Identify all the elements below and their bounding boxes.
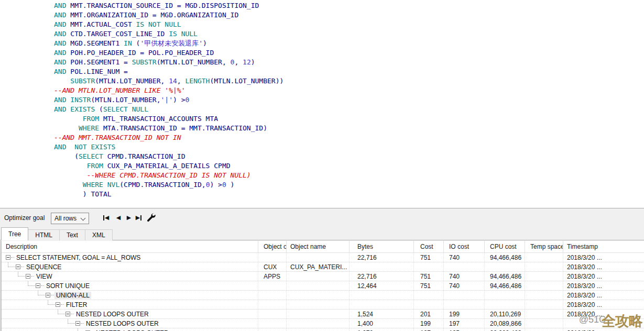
tree-collapse-toggle[interactable] — [6, 255, 10, 260]
code-line: WHERE MTA.TRANSACTION_ID = MMT.TRANSACTI… — [54, 124, 644, 133]
code-line: AND NOT EXISTS — [54, 142, 644, 152]
code-line: AND EXISTS (SELECT NULL — [54, 105, 644, 114]
code-line: AND MMT.TRANSACTION_SOURCE_ID = MGD.DISP… — [54, 1, 644, 10]
cell-cpu_cost: 20,089,866 — [485, 319, 525, 328]
cell-temp_space — [525, 300, 563, 309]
cell-owner: APPS — [258, 272, 287, 281]
tree-node-label: SEQUENCE — [26, 263, 61, 271]
tree-node-label: FILTER — [66, 301, 87, 308]
cell-io_cost: 199 — [444, 310, 485, 318]
tab-text[interactable]: Text — [60, 229, 85, 240]
tree-collapse-toggle[interactable] — [66, 312, 70, 316]
sql-editor[interactable]: AND MMT.TRANSACTION_SOURCE_ID = MGD.DISP… — [0, 0, 644, 208]
cell-timestamp: 2018/3/20 ... — [563, 272, 644, 281]
cell-io_cost — [444, 291, 485, 300]
tree-collapse-toggle[interactable] — [56, 302, 60, 307]
cell-temp_space — [525, 253, 563, 262]
tree-node-label: UNION-ALL — [54, 292, 91, 299]
plan-tree-row[interactable]: 1,27619719520,069,4632018/3/20 ...NESTED… — [2, 328, 644, 331]
sql-code: AND MMT.TRANSACTION_SOURCE_ID = MGD.DISP… — [0, 0, 644, 199]
plan-tree-row[interactable]: 2018/3/20 ...FILTER — [2, 300, 644, 310]
cell-temp_space — [525, 310, 563, 318]
column-header-description[interactable]: Description — [2, 241, 258, 252]
last-record-button[interactable]: ▶ — [134, 212, 144, 223]
cell-timestamp: 2018/3/20 ... — [563, 291, 644, 300]
cell-cpu_cost: 94,466,486 — [485, 281, 525, 290]
plan-tree-row[interactable]: APPS22,71675174094,466,4862018/3/20 ...V… — [2, 272, 644, 281]
cell-io_cost: 740 — [444, 272, 485, 281]
plsql-explain-plan-window: AND MMT.TRANSACTION_SOURCE_ID = MGD.DISP… — [0, 0, 644, 331]
cell-temp_space — [525, 262, 563, 271]
cell-bytes: 1,276 — [350, 328, 414, 331]
cell-cpu_cost — [485, 291, 525, 300]
cell-cost — [414, 300, 444, 309]
tree-collapse-toggle[interactable] — [16, 264, 20, 269]
cell-bytes: 1,400 — [350, 319, 414, 328]
optimizer-goal-select[interactable]: All rows — [51, 213, 89, 224]
cell-cost: 197 — [414, 328, 444, 331]
tree-collapse-toggle[interactable] — [26, 274, 30, 279]
cell-name — [287, 300, 350, 309]
cell-temp_space — [525, 272, 563, 281]
tree-node-label: SELECT STATEMENT, GOAL = ALL_ROWS — [16, 254, 140, 261]
preferences-button[interactable] — [146, 213, 157, 223]
plan-tree-row[interactable]: CUXCUX_PA_MATERI...2018/3/20 ...SEQUENCE — [2, 262, 644, 272]
code-line: (SELECT CPMD.TRANSACTION_ID — [54, 152, 644, 161]
first-record-icon: ◀ — [103, 214, 109, 220]
plan-tree-row[interactable]: 12,46475174094,466,4862018/3/20 ...SORT … — [2, 281, 644, 291]
cell-bytes: 22,716 — [350, 253, 414, 262]
tree-node-label: VIEW — [36, 273, 52, 280]
code-line: AND INSTR(MTLN.LOT_NUMBER,'|') >0 — [54, 95, 644, 105]
cell-cpu_cost — [485, 300, 525, 309]
tree-node-label: NESTED LOOPS OUTER — [86, 320, 159, 327]
cell-io_cost — [444, 262, 485, 271]
tab-html[interactable]: HTML — [28, 229, 60, 240]
column-header-io-cost[interactable]: IO cost — [444, 241, 485, 252]
cell-name — [287, 281, 350, 290]
plan-tree-grid: DescriptionObject ow...Object nameBytesC… — [0, 241, 644, 331]
cell-name — [287, 272, 350, 281]
code-line: AND POL.LINE_NUM = — [54, 67, 644, 76]
cell-io_cost — [444, 300, 485, 309]
cell-owner — [258, 291, 287, 300]
tab-xml[interactable]: XML — [85, 229, 113, 240]
cell-bytes: 22,716 — [350, 272, 414, 281]
column-header-bytes[interactable]: Bytes — [350, 241, 414, 252]
cell-bytes: 12,464 — [350, 281, 414, 290]
tree-collapse-toggle[interactable] — [75, 321, 80, 326]
plan-tree-row[interactable]: 22,71675174094,466,4862018/3/20 ...SELEC… — [2, 253, 644, 262]
tree-collapse-toggle[interactable] — [46, 293, 50, 297]
cell-bytes — [350, 300, 414, 309]
column-header-cpu-cost[interactable]: CPU cost — [485, 241, 525, 252]
column-header-temp-space[interactable]: Temp space — [525, 241, 563, 252]
column-header-timestamp[interactable]: Timestamp — [563, 241, 644, 252]
plan-tree-row[interactable]: 1,52420119920,110,2692018/3/20 ...NESTED… — [2, 310, 644, 319]
column-header-object-name[interactable]: Object name — [287, 241, 350, 252]
prior-record-button[interactable]: ◀ — [113, 212, 124, 223]
cell-owner — [258, 300, 287, 309]
tree-collapse-toggle[interactable] — [36, 283, 40, 288]
plan-toolbar: Optimizer goal All rows ◀ ◀ ▶ ▶ — [0, 208, 644, 227]
plan-tree-row[interactable]: 2018/3/20 ...UNION-ALL — [2, 291, 644, 300]
cell-timestamp: 2018/3/20 ... — [563, 253, 644, 262]
cell-io_cost: 197 — [444, 319, 485, 328]
plan-tree-row[interactable]: 1,40019919720,089,866NESTED LOOPS OUTER — [2, 319, 644, 328]
code-line: AND MGD.SEGMENT1 IN ('甲供材未安装退库') — [54, 39, 644, 48]
tree-connector — [78, 328, 85, 331]
code-line: FROM CUX_PA_MATERIAL_A_DETAILS CPMD — [54, 161, 644, 171]
cell-cost: 199 — [414, 319, 444, 328]
cell-cpu_cost: 20,110,269 — [485, 310, 525, 318]
tab-tree[interactable]: Tree — [1, 227, 28, 240]
cell-cpu_cost — [485, 262, 525, 271]
cell-timestamp: 2018/3/20 ... — [563, 281, 644, 290]
cell-io_cost: 740 — [444, 253, 485, 262]
column-header-cost[interactable]: Cost — [414, 241, 444, 252]
cell-cost — [414, 291, 444, 300]
next-record-button[interactable]: ▶ — [124, 212, 134, 223]
tree-connector — [8, 262, 15, 267]
cell-bytes — [350, 291, 414, 300]
cell-cost — [414, 262, 444, 271]
column-header-object-ow[interactable]: Object ow... — [258, 241, 287, 252]
first-record-button[interactable]: ◀ — [101, 212, 111, 223]
cell-bytes: 1,524 — [350, 310, 414, 318]
